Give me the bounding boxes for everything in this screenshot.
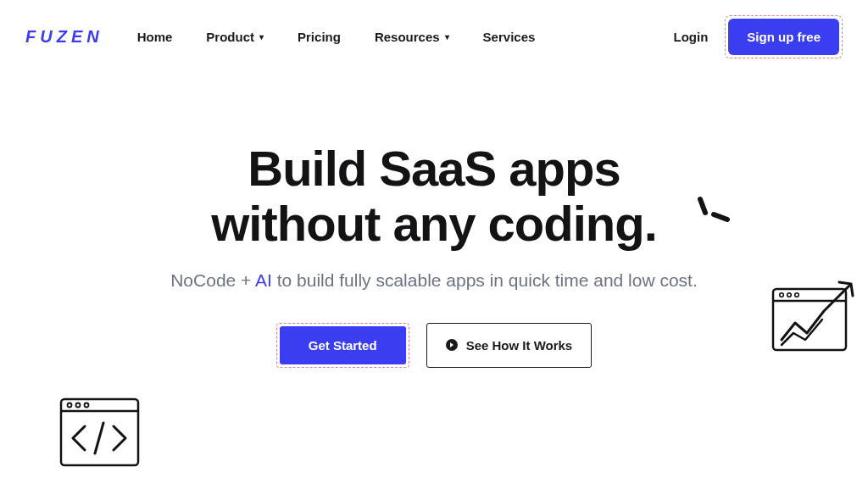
cta-secondary-label: See How It Works [466, 338, 573, 353]
nav-services-label: Services [483, 30, 536, 44]
spark-icon [690, 192, 732, 235]
nav-home[interactable]: Home [137, 30, 173, 44]
top-nav: FUZEN Home Product ▾ Pricing Resources ▾… [0, 0, 868, 74]
nav-right: Login Sign up free [673, 15, 843, 58]
get-started-button[interactable]: Get Started [280, 326, 406, 364]
hero-headline: Build SaaS apps without any coding. [95, 142, 773, 252]
logo[interactable]: FUZEN [25, 27, 103, 47]
headline-line-1: Build SaaS apps [248, 141, 620, 196]
subhead-accent: AI [255, 270, 272, 290]
headline-line-2: without any coding. [211, 196, 657, 251]
hero-section: Build SaaS apps without any coding. NoCo… [0, 74, 868, 368]
see-how-it-works-button[interactable]: See How It Works [426, 323, 593, 368]
nav-resources-label: Resources [375, 30, 440, 44]
subhead-pre: NoCode + [170, 270, 255, 290]
nav-product[interactable]: Product ▾ [206, 30, 264, 44]
code-window-icon [59, 397, 140, 467]
subhead-post: to build fully scalable apps in quick ti… [272, 270, 698, 290]
chevron-down-icon: ▾ [259, 32, 264, 42]
nav-resources[interactable]: Resources ▾ [375, 30, 449, 44]
cta-row: Get Started See How It Works [0, 323, 868, 368]
login-link[interactable]: Login [673, 30, 708, 44]
hero-subhead: NoCode + AI to build fully scalable apps… [0, 270, 868, 291]
chevron-down-icon: ▾ [445, 32, 449, 42]
nav-services[interactable]: Services [483, 30, 536, 44]
nav-pricing-label: Pricing [298, 30, 341, 44]
play-icon [446, 339, 458, 351]
chart-window-icon [766, 277, 860, 355]
cta-primary-highlight: Get Started [276, 323, 409, 368]
nav-product-label: Product [206, 30, 254, 44]
signup-button[interactable]: Sign up free [728, 19, 839, 55]
signup-highlight: Sign up free [725, 15, 843, 58]
nav-pricing[interactable]: Pricing [298, 30, 341, 44]
main-nav: Home Product ▾ Pricing Resources ▾ Servi… [137, 30, 536, 44]
nav-home-label: Home [137, 30, 173, 44]
